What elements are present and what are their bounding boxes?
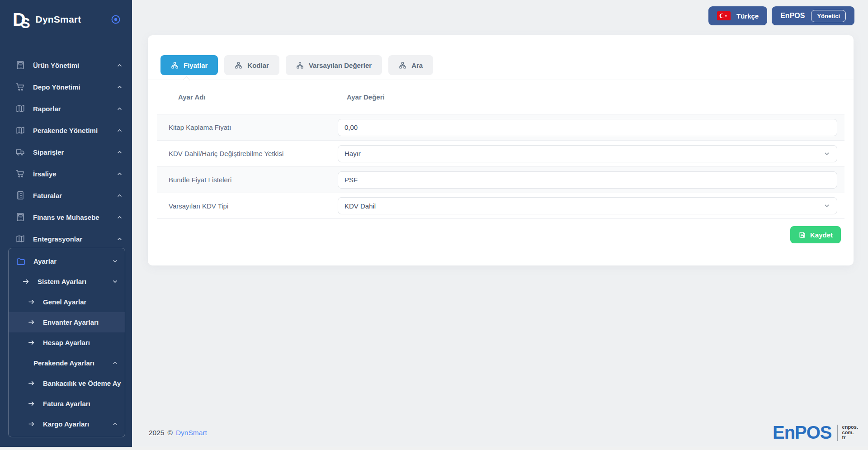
- sidebar-item-label: Finans ve Muhasebe: [33, 213, 99, 221]
- sidebar: DS DynSmart Ürün YönetimiDepo YönetimiRa…: [0, 0, 132, 447]
- arrow-right-icon: [22, 278, 30, 285]
- sidebar-subitem-label: Bankacılık ve Ödeme Ay: [43, 379, 121, 387]
- tab-label: Ara: [411, 62, 423, 69]
- setting-name: Varsayılan KDV Tipi: [157, 202, 338, 210]
- setting-input[interactable]: 0,00: [338, 119, 837, 136]
- sidebar-item[interactable]: Entegrasyonlar: [0, 228, 132, 250]
- sidebar-subitem[interactable]: Fatura Ayarları: [9, 393, 125, 414]
- sidebar-subitem[interactable]: Envanter Ayarları: [9, 312, 125, 332]
- sidebar-subitem[interactable]: Ayarlar: [9, 251, 125, 271]
- sidebar-subitem[interactable]: Genel Ayarlar: [9, 292, 125, 312]
- save-button-label: Kaydet: [810, 231, 833, 239]
- footer-year: 2025: [149, 429, 164, 437]
- setting-input[interactable]: PSF: [338, 171, 837, 189]
- sidebar-logo-row: DS DynSmart: [0, 0, 132, 27]
- table-row: Kitap Kaplama Fiyatı0,00: [157, 114, 844, 140]
- sidebar-subitem[interactable]: Kargo Ayarları: [9, 414, 125, 434]
- calculator-icon: [15, 212, 25, 222]
- setting-value-cell: PSF: [338, 171, 844, 189]
- sidebar-item-label: Siparişler: [33, 148, 64, 156]
- sidebar-item[interactable]: İrsaliye: [0, 163, 132, 185]
- chevron-down-icon: [823, 150, 830, 157]
- chevron-up-icon: [116, 171, 123, 177]
- sidebar-item[interactable]: Ürün Yönetimi: [0, 54, 132, 76]
- tab-label: Fiyatlar: [184, 62, 208, 69]
- chevron-up-icon: [116, 236, 123, 242]
- setting-name: Kitap Kaplama Fiyatı: [157, 123, 338, 131]
- table-header: Ayar Adı Ayar Değeri: [157, 80, 844, 114]
- sidebar-subitem-label: Envanter Ayarları: [43, 318, 99, 326]
- setting-value: KDV Dahil: [344, 202, 376, 210]
- language-button[interactable]: Türkçe: [708, 6, 767, 25]
- sidebar-subitem[interactable]: Hesap Ayarları: [9, 332, 125, 353]
- save-icon: [798, 231, 806, 239]
- tab-fiyatlar[interactable]: Fiyatlar: [160, 55, 218, 75]
- sidebar-item[interactable]: Faturalar: [0, 185, 132, 206]
- sidebar-item-label: İrsaliye: [33, 170, 57, 178]
- setting-name: KDV Dahil/Hariç Değiştirebilme Yetkisi: [157, 150, 338, 157]
- chevron-down-icon: [112, 258, 118, 265]
- enpos-logo: EnPOS enpos. com. tr: [773, 422, 858, 443]
- enpos-logo-divider: [837, 425, 838, 441]
- sidebar-item-label: Faturalar: [33, 192, 62, 199]
- save-row: Kaydet: [790, 226, 841, 243]
- sidebar-nav: Ürün YönetimiDepo YönetimiRaporlarPerake…: [0, 54, 132, 250]
- arrow-right-icon: [28, 420, 35, 428]
- arrow-right-icon: [28, 339, 35, 346]
- sidebar-subitem[interactable]: Sistem Ayarları: [9, 271, 125, 292]
- chevron-up-icon: [116, 214, 123, 221]
- setting-value-cell: Hayır: [338, 145, 844, 162]
- tab-bar: FiyatlarKodlarVarsayılan DeğerlerAra: [160, 55, 433, 75]
- table-row: Varsayılan KDV TipiKDV Dahil: [157, 193, 844, 219]
- app-title: DynSmart: [36, 14, 81, 25]
- sidebar-subitem[interactable]: Perakende Ayarları: [9, 353, 125, 373]
- folder-icon: [16, 256, 26, 266]
- sidebar-item-label: Depo Yönetimi: [33, 83, 80, 91]
- sidebar-item[interactable]: Perakende Yönetimi: [0, 119, 132, 141]
- setting-select[interactable]: Hayır: [338, 145, 837, 162]
- cart-icon: [15, 82, 25, 92]
- dynsmart-logo-icon: DS: [13, 12, 30, 27]
- table-row: Bundle Fiyat ListeleriPSF: [157, 166, 844, 193]
- sidebar-item-label: Ürün Yönetimi: [33, 62, 79, 69]
- footer-brand-link[interactable]: DynSmart: [176, 429, 207, 437]
- map-icon: [15, 104, 25, 114]
- sidebar-item-label: Entegrasyonlar: [33, 235, 82, 243]
- sitemap-icon: [296, 62, 304, 69]
- cart-icon: [15, 169, 25, 179]
- save-button[interactable]: Kaydet: [790, 226, 841, 243]
- setting-value: 0,00: [344, 123, 358, 131]
- sidebar-item[interactable]: Siparişler: [0, 141, 132, 163]
- horizontal-scrollbar[interactable]: [0, 447, 868, 450]
- tab-varsay-lan-de-erler[interactable]: Varsayılan Değerler: [286, 55, 382, 75]
- sidebar-toggle-icon[interactable]: [110, 14, 121, 25]
- role-badge[interactable]: Yönetici: [811, 10, 846, 22]
- sidebar-item[interactable]: Raporlar: [0, 98, 132, 119]
- setting-value-cell: KDV Dahil: [338, 197, 844, 214]
- invoice-icon: [15, 190, 25, 200]
- setting-select[interactable]: KDV Dahil: [338, 197, 837, 214]
- tab-kodlar[interactable]: Kodlar: [224, 55, 279, 75]
- sidebar-item[interactable]: Depo Yönetimi: [0, 76, 132, 98]
- sitemap-icon: [235, 62, 242, 69]
- table-row: KDV Dahil/Hariç Değiştirebilme YetkisiHa…: [157, 140, 844, 166]
- chevron-down-icon: [823, 202, 830, 209]
- sidebar-subitem-label: Sistem Ayarları: [38, 278, 86, 285]
- account-button[interactable]: EnPOS Yönetici: [772, 6, 854, 25]
- truck-icon: [15, 147, 25, 157]
- tab-ara[interactable]: Ara: [388, 55, 433, 75]
- arrow-right-icon: [28, 298, 35, 306]
- chevron-up-icon: [112, 421, 118, 427]
- setting-value: PSF: [344, 176, 358, 184]
- sidebar-item-label: Perakende Yönetimi: [33, 127, 98, 134]
- enpos-domain: enpos. com. tr: [842, 425, 858, 441]
- sidebar-subitem[interactable]: Bankacılık ve Ödeme Ay: [9, 373, 125, 393]
- sidebar-subitem-label: Ayarlar: [33, 257, 57, 265]
- footer-copyright: 2025 © DynSmart: [149, 429, 207, 437]
- table-body: Kitap Kaplama Fiyatı0,00KDV Dahil/Hariç …: [157, 114, 844, 219]
- settings-card: FiyatlarKodlarVarsayılan DeğerlerAra Aya…: [148, 35, 854, 265]
- sidebar-item[interactable]: Finans ve Muhasebe: [0, 206, 132, 228]
- arrow-right-icon: [28, 379, 35, 387]
- chevron-up-icon: [116, 84, 123, 90]
- sidebar-subitem-label: Kargo Ayarları: [43, 420, 89, 428]
